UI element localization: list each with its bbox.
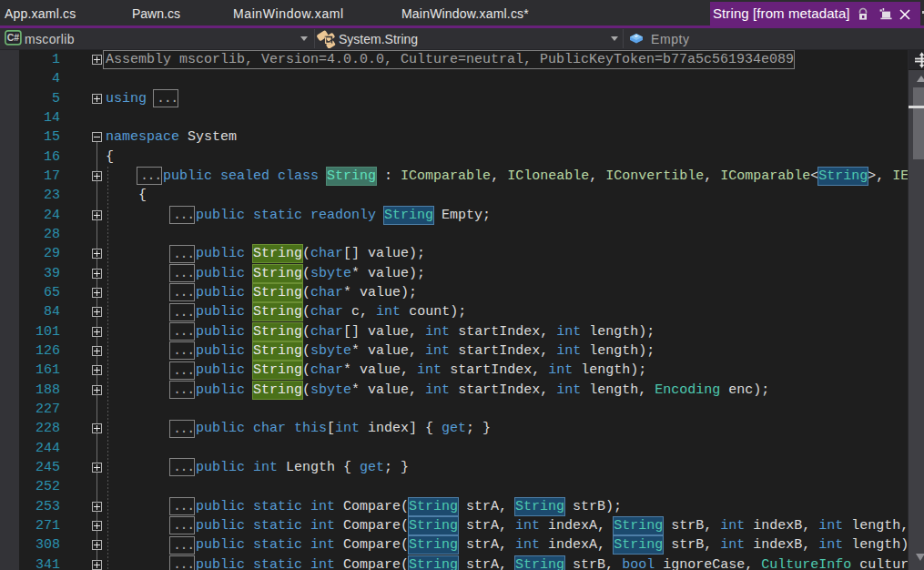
svg-text:C#: C# [7, 32, 20, 43]
